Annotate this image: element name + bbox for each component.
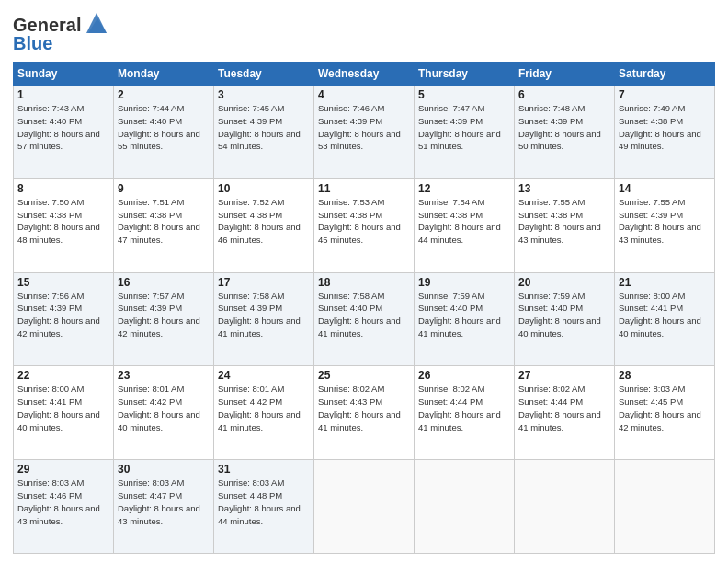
day-info: Sunrise: 7:44 AMSunset: 4:40 PMDaylight:… bbox=[118, 103, 200, 151]
day-cell: 22 Sunrise: 8:00 AMSunset: 4:41 PMDaylig… bbox=[14, 366, 114, 460]
day-info: Sunrise: 7:58 AMSunset: 4:39 PMDaylight:… bbox=[218, 291, 301, 339]
day-number: 29 bbox=[17, 463, 109, 476]
day-cell: 19 Sunrise: 7:59 AMSunset: 4:40 PMDaylig… bbox=[415, 272, 515, 366]
day-number: 6 bbox=[518, 88, 610, 101]
day-cell: 30 Sunrise: 8:03 AMSunset: 4:47 PMDaylig… bbox=[114, 460, 214, 554]
calendar-table: SundayMondayTuesdayWednesdayThursdayFrid… bbox=[13, 62, 715, 554]
day-cell: 25 Sunrise: 8:02 AMSunset: 4:43 PMDaylig… bbox=[314, 366, 415, 460]
col-header-monday: Monday bbox=[114, 63, 214, 86]
day-number: 8 bbox=[17, 182, 109, 195]
day-cell bbox=[415, 460, 515, 554]
day-number: 16 bbox=[118, 276, 210, 289]
day-number: 31 bbox=[218, 463, 310, 476]
day-number: 7 bbox=[619, 88, 711, 101]
day-cell: 13 Sunrise: 7:55 AMSunset: 4:38 PMDaylig… bbox=[515, 178, 615, 272]
day-number: 5 bbox=[418, 88, 510, 101]
day-cell: 9 Sunrise: 7:51 AMSunset: 4:38 PMDayligh… bbox=[114, 178, 214, 272]
day-info: Sunrise: 7:53 AMSunset: 4:38 PMDaylight:… bbox=[318, 197, 401, 245]
logo-general: General bbox=[13, 15, 81, 35]
day-info: Sunrise: 7:59 AMSunset: 4:40 PMDaylight:… bbox=[418, 291, 501, 339]
day-number: 11 bbox=[318, 182, 410, 195]
day-info: Sunrise: 8:02 AMSunset: 4:44 PMDaylight:… bbox=[418, 384, 501, 431]
day-info: Sunrise: 8:03 AMSunset: 4:48 PMDaylight:… bbox=[218, 477, 301, 525]
day-info: Sunrise: 7:57 AMSunset: 4:39 PMDaylight:… bbox=[118, 291, 200, 339]
day-cell: 17 Sunrise: 7:58 AMSunset: 4:39 PMDaylig… bbox=[214, 272, 314, 366]
day-number: 19 bbox=[418, 276, 510, 289]
day-info: Sunrise: 7:46 AMSunset: 4:39 PMDaylight:… bbox=[318, 103, 401, 151]
day-cell: 5 Sunrise: 7:47 AMSunset: 4:39 PMDayligh… bbox=[415, 86, 515, 179]
day-info: Sunrise: 7:47 AMSunset: 4:39 PMDaylight:… bbox=[418, 103, 501, 151]
day-info: Sunrise: 8:03 AMSunset: 4:47 PMDaylight:… bbox=[118, 477, 200, 525]
col-header-saturday: Saturday bbox=[615, 63, 715, 86]
day-info: Sunrise: 8:00 AMSunset: 4:41 PMDaylight:… bbox=[619, 291, 701, 339]
day-number: 23 bbox=[118, 369, 210, 382]
day-cell: 12 Sunrise: 7:54 AMSunset: 4:38 PMDaylig… bbox=[415, 178, 515, 272]
day-cell: 15 Sunrise: 7:56 AMSunset: 4:39 PMDaylig… bbox=[14, 272, 114, 366]
logo-icon bbox=[83, 9, 110, 37]
day-info: Sunrise: 8:01 AMSunset: 4:42 PMDaylight:… bbox=[118, 384, 200, 431]
col-header-wednesday: Wednesday bbox=[314, 63, 415, 86]
day-cell: 28 Sunrise: 8:03 AMSunset: 4:45 PMDaylig… bbox=[615, 366, 715, 460]
day-number: 2 bbox=[118, 88, 210, 101]
day-cell: 20 Sunrise: 7:59 AMSunset: 4:40 PMDaylig… bbox=[515, 272, 615, 366]
day-cell: 27 Sunrise: 8:02 AMSunset: 4:44 PMDaylig… bbox=[515, 366, 615, 460]
day-cell: 6 Sunrise: 7:48 AMSunset: 4:39 PMDayligh… bbox=[515, 86, 615, 179]
week-row-4: 22 Sunrise: 8:00 AMSunset: 4:41 PMDaylig… bbox=[14, 366, 715, 460]
col-header-sunday: Sunday bbox=[14, 63, 114, 86]
day-info: Sunrise: 7:51 AMSunset: 4:38 PMDaylight:… bbox=[118, 197, 200, 245]
day-number: 28 bbox=[619, 369, 711, 382]
day-info: Sunrise: 8:01 AMSunset: 4:42 PMDaylight:… bbox=[218, 384, 301, 431]
day-number: 9 bbox=[118, 182, 210, 195]
day-number: 25 bbox=[318, 369, 410, 382]
day-cell: 26 Sunrise: 8:02 AMSunset: 4:44 PMDaylig… bbox=[415, 366, 515, 460]
day-cell: 4 Sunrise: 7:46 AMSunset: 4:39 PMDayligh… bbox=[314, 86, 415, 179]
day-cell: 7 Sunrise: 7:49 AMSunset: 4:38 PMDayligh… bbox=[615, 86, 715, 179]
day-number: 26 bbox=[418, 369, 510, 382]
day-info: Sunrise: 8:02 AMSunset: 4:44 PMDaylight:… bbox=[518, 384, 601, 431]
day-number: 1 bbox=[17, 88, 109, 101]
day-info: Sunrise: 8:02 AMSunset: 4:43 PMDaylight:… bbox=[318, 384, 401, 431]
day-info: Sunrise: 7:59 AMSunset: 4:40 PMDaylight:… bbox=[518, 291, 601, 339]
day-number: 27 bbox=[518, 369, 610, 382]
day-info: Sunrise: 7:55 AMSunset: 4:38 PMDaylight:… bbox=[518, 197, 601, 245]
calendar-page: General Blue SundayMondayTuesdayWednesda… bbox=[0, 0, 728, 563]
day-number: 22 bbox=[17, 369, 109, 382]
day-cell: 18 Sunrise: 7:58 AMSunset: 4:40 PMDaylig… bbox=[314, 272, 415, 366]
day-number: 15 bbox=[17, 276, 109, 289]
day-cell: 10 Sunrise: 7:52 AMSunset: 4:38 PMDaylig… bbox=[214, 178, 314, 272]
day-cell bbox=[515, 460, 615, 554]
day-info: Sunrise: 7:50 AMSunset: 4:38 PMDaylight:… bbox=[17, 197, 100, 245]
day-number: 30 bbox=[118, 463, 210, 476]
day-cell: 14 Sunrise: 7:55 AMSunset: 4:39 PMDaylig… bbox=[615, 178, 715, 272]
day-number: 13 bbox=[518, 182, 610, 195]
day-cell: 29 Sunrise: 8:03 AMSunset: 4:46 PMDaylig… bbox=[14, 460, 114, 554]
day-cell: 11 Sunrise: 7:53 AMSunset: 4:38 PMDaylig… bbox=[314, 178, 415, 272]
day-info: Sunrise: 8:03 AMSunset: 4:45 PMDaylight:… bbox=[619, 384, 701, 431]
logo: General Blue bbox=[13, 13, 110, 54]
day-cell bbox=[314, 460, 415, 554]
day-info: Sunrise: 7:52 AMSunset: 4:38 PMDaylight:… bbox=[218, 197, 301, 245]
day-info: Sunrise: 7:54 AMSunset: 4:38 PMDaylight:… bbox=[418, 197, 501, 245]
day-number: 14 bbox=[619, 182, 711, 195]
day-number: 3 bbox=[218, 88, 310, 101]
day-info: Sunrise: 7:56 AMSunset: 4:39 PMDaylight:… bbox=[17, 291, 100, 339]
day-number: 20 bbox=[518, 276, 610, 289]
day-number: 10 bbox=[218, 182, 310, 195]
day-number: 21 bbox=[619, 276, 711, 289]
day-info: Sunrise: 8:03 AMSunset: 4:46 PMDaylight:… bbox=[17, 477, 100, 525]
week-row-5: 29 Sunrise: 8:03 AMSunset: 4:46 PMDaylig… bbox=[14, 460, 715, 554]
day-number: 18 bbox=[318, 276, 410, 289]
col-header-tuesday: Tuesday bbox=[214, 63, 314, 86]
day-cell: 31 Sunrise: 8:03 AMSunset: 4:48 PMDaylig… bbox=[214, 460, 314, 554]
day-cell: 21 Sunrise: 8:00 AMSunset: 4:41 PMDaylig… bbox=[615, 272, 715, 366]
header-row: SundayMondayTuesdayWednesdayThursdayFrid… bbox=[14, 63, 715, 86]
day-number: 24 bbox=[218, 369, 310, 382]
day-cell: 1 Sunrise: 7:43 AMSunset: 4:40 PMDayligh… bbox=[14, 86, 114, 179]
day-cell: 24 Sunrise: 8:01 AMSunset: 4:42 PMDaylig… bbox=[214, 366, 314, 460]
day-info: Sunrise: 7:48 AMSunset: 4:39 PMDaylight:… bbox=[518, 103, 601, 151]
day-number: 12 bbox=[418, 182, 510, 195]
day-cell: 23 Sunrise: 8:01 AMSunset: 4:42 PMDaylig… bbox=[114, 366, 214, 460]
day-info: Sunrise: 7:58 AMSunset: 4:40 PMDaylight:… bbox=[318, 291, 401, 339]
week-row-1: 1 Sunrise: 7:43 AMSunset: 4:40 PMDayligh… bbox=[14, 86, 715, 179]
day-info: Sunrise: 7:49 AMSunset: 4:38 PMDaylight:… bbox=[619, 103, 701, 151]
